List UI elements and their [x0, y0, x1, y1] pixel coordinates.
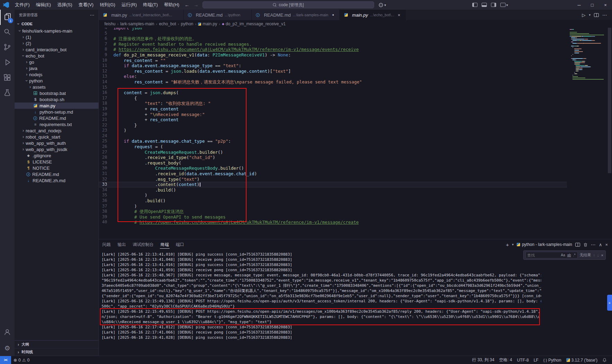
terminal-view[interactable]: Aa ab .* 无结果 ↑ ↓ × [Lark] [2025-06-16 22… — [99, 250, 612, 356]
breadcrumb-item-do_p2_im_message_receive_v1[interactable]: ◆do_p2_im_message_receive_v1 — [222, 21, 286, 26]
tree-item-python-setup.md[interactable]: ↓python-setup.md — [15, 109, 98, 115]
editor-tab-main.py[interactable]: main.py...\echo_bot\...× — [340, 10, 406, 20]
toggle-sidebar-icon[interactable] — [472, 3, 477, 7]
tree-item-README.md[interactable]: iREADME.md — [15, 171, 98, 177]
menu-item[interactable]: 查看(V) — [75, 0, 96, 10]
panel-tab-问题[interactable]: 问题 — [99, 239, 114, 250]
terminal-dropdown-icon[interactable]: ▾ — [512, 243, 514, 246]
tree-item-react_and_nodejs[interactable]: ›react_and_nodejs — [15, 127, 98, 134]
editor-tab-main.py[interactable]: main.py...\card_interaction_bot\... — [99, 10, 184, 20]
assistant-icon[interactable]: ▾ — [378, 2, 386, 8]
menu-item[interactable]: 文件(F) — [12, 0, 33, 10]
nav-back-icon[interactable]: ← — [182, 2, 191, 8]
tree-item-README.zh.md[interactable]: ↓README.zh.md — [15, 177, 98, 184]
tree-item-(1)[interactable]: ›(1) — [15, 34, 98, 40]
activity-explorer[interactable]: 1 — [0, 10, 15, 25]
editor-scrollbar[interactable] — [607, 28, 612, 239]
breadcrumb-item-main.py[interactable]: main.py — [198, 21, 217, 26]
activity-search[interactable] — [0, 25, 15, 40]
split-terminal-icon[interactable] — [575, 243, 580, 247]
tree-item-python[interactable]: ›python — [15, 78, 98, 84]
close-button[interactable]: × — [599, 0, 612, 10]
activity-source-control[interactable] — [0, 40, 15, 55]
panel-tab-终端[interactable]: 终端 — [157, 239, 172, 250]
breadcrumb-item-feishu[interactable]: feishu — [104, 21, 115, 26]
indentation[interactable]: 空格: 4 — [497, 357, 515, 363]
tree-item-web_app_with_auth[interactable]: ›web_app_with_auth — [15, 140, 98, 146]
command-center-search[interactable]: code [管理员] — [202, 1, 374, 8]
close-tab-icon[interactable]: × — [396, 12, 402, 18]
menu-item[interactable]: 帮助(H) — [161, 0, 182, 10]
close-panel-icon[interactable]: × — [605, 242, 608, 247]
activity-settings[interactable]: ⚙ — [0, 340, 15, 356]
problems-status[interactable]: ⊗ 0 ⚠ 0 — [11, 356, 32, 364]
tree-item-README.md[interactable]: iREADME.md — [15, 115, 98, 121]
more-actions-icon[interactable]: ⋯ — [90, 12, 94, 18]
tree-item-nodejs[interactable]: ›nodejs — [15, 71, 98, 78]
tree-item-java[interactable]: ›java — [15, 65, 98, 71]
panel-tab-调试控制台[interactable]: 调试控制台 — [129, 239, 157, 250]
section-header-大纲[interactable]: ›大纲 — [15, 340, 98, 348]
close-find-icon[interactable]: × — [601, 253, 603, 257]
menu-item[interactable]: 转到(G) — [97, 0, 119, 10]
cursor-position[interactable]: 行 33, 列 34 — [470, 357, 497, 363]
tree-item-main.py[interactable]: main.py — [15, 103, 98, 109]
find-input[interactable] — [527, 253, 559, 257]
section-header-code[interactable]: › CODE — [15, 20, 98, 28]
tree-item-(2)[interactable]: ›(2) — [15, 40, 98, 46]
breadcrumb-item-lark-samples-main[interactable]: lark-samples-main — [120, 21, 154, 26]
menu-item[interactable]: 编辑(E) — [33, 0, 54, 10]
find-next-icon[interactable]: ↓ — [597, 253, 599, 257]
scrollbar-thumb[interactable] — [608, 28, 611, 173]
tree-item-assets[interactable]: ›assets — [15, 84, 98, 90]
tree-item-go[interactable]: ›go — [15, 59, 98, 65]
tree-item-robot_quick_start[interactable]: ›robot_quick_start — [15, 134, 98, 140]
panel-tab-端口[interactable]: 端口 — [172, 239, 188, 250]
more-actions-icon[interactable]: ⋯ — [602, 12, 607, 18]
encoding[interactable]: UTF-8 — [515, 358, 531, 363]
tree-item-web_app_with_jssdk[interactable]: ›web_app_with_jssdk — [15, 146, 98, 152]
breadcrumb-item-echo_bot[interactable]: echo_bot — [159, 21, 176, 26]
activity-testing[interactable] — [0, 86, 15, 101]
whole-word-icon[interactable]: ab — [567, 253, 571, 257]
customize-layout-icon[interactable]: ▾ — [500, 3, 508, 7]
panel-tab-输出[interactable]: 输出 — [114, 239, 129, 250]
panel-side-toggle[interactable]: « — [607, 295, 612, 311]
run-dropdown-icon[interactable]: ▾ — [589, 13, 591, 17]
section-header-时间线[interactable]: ›时间线 — [15, 348, 98, 356]
minimize-button[interactable]: ─ — [572, 0, 586, 10]
regex-icon[interactable]: .* — [573, 253, 576, 257]
more-actions-icon[interactable]: ⋯ — [591, 242, 596, 247]
remote-indicator[interactable]: >< — [0, 356, 11, 364]
tree-item-bootstrap.bat[interactable]: bootstrap.bat — [15, 90, 98, 96]
language-mode[interactable]: { } Python — [541, 358, 564, 363]
menu-item[interactable]: 运行(R) — [118, 0, 140, 10]
maximize-panel-icon[interactable]: ∧ — [599, 242, 602, 247]
tree-item-feishu-lark-samples-main[interactable]: ›feishu\lark-samples-main — [15, 28, 98, 34]
match-case-icon[interactable]: Aa — [561, 253, 566, 257]
python-interpreter[interactable]: 3.12.7 ('base') — [564, 358, 600, 363]
activity-account[interactable] — [0, 325, 15, 340]
editor-tab-README.md[interactable]: iREADME.md...\python — [184, 10, 252, 20]
nav-forward-icon[interactable]: → — [191, 2, 200, 8]
minimap[interactable] — [570, 29, 606, 80]
editor-tab-README.md[interactable]: iREADME.md...\lark-samples-main● — [252, 10, 339, 20]
new-terminal-icon[interactable]: + — [506, 242, 509, 248]
notifications-bell-icon[interactable] — [600, 358, 609, 362]
menu-item[interactable]: 终端(T) — [140, 0, 161, 10]
toggle-secondary-sidebar-icon[interactable] — [491, 3, 496, 7]
menu-item[interactable]: 选择(S) — [54, 0, 75, 10]
tree-item-echo_bot[interactable]: ›echo_bot — [15, 53, 98, 59]
breadcrumb-item-python[interactable]: python — [181, 21, 193, 26]
tree-item-.gitignore[interactable]: ◆.gitignore — [15, 152, 98, 159]
kill-terminal-icon[interactable] — [583, 242, 588, 247]
tree-item-bootstrap.sh[interactable]: $bootstrap.sh — [15, 96, 98, 103]
terminal-instance-item[interactable]: python - lark-samples-main — [517, 242, 572, 247]
split-editor-icon[interactable] — [594, 13, 599, 17]
activity-extensions[interactable] — [0, 71, 15, 86]
tree-item-requirements.txt[interactable]: ≡requirements.txt — [15, 121, 98, 127]
code-editor[interactable]: 4import json56# 注册接收消息事件，处理接收到的消息。7# Reg… — [99, 28, 612, 239]
find-previous-icon[interactable]: ↑ — [593, 253, 595, 257]
tree-item-card_interaction_bot[interactable]: ›card_interaction_bot — [15, 46, 98, 53]
activity-run-debug[interactable] — [0, 55, 15, 71]
